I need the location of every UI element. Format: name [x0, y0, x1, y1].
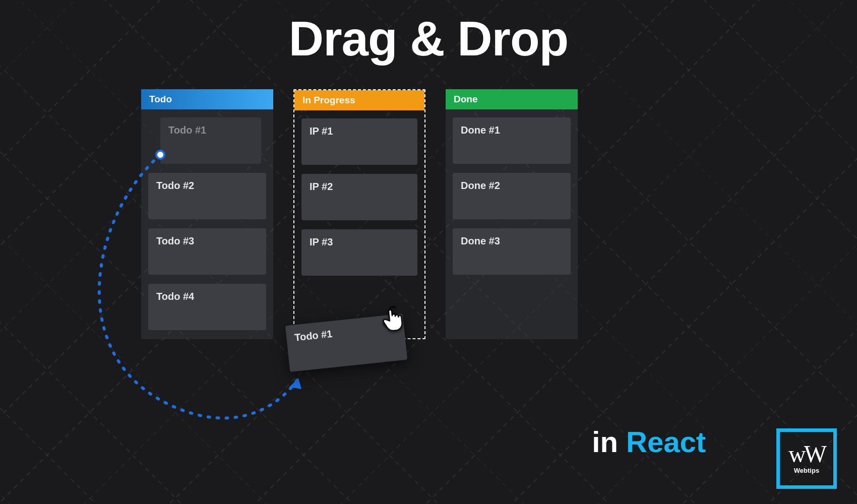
card-label: IP #1 — [310, 125, 333, 137]
card-label: Todo #1 — [168, 124, 206, 136]
column-orange[interactable]: In ProgressIP #1IP #2IP #3 — [293, 89, 425, 339]
card[interactable]: IP #2 — [301, 174, 417, 220]
card-ghost[interactable]: Todo #1 — [160, 117, 261, 164]
card-label: Done #3 — [461, 235, 500, 246]
card-list: Todo #1Todo #2Todo #3Todo #4 — [141, 109, 273, 330]
column-blue: TodoTodo #1Todo #2Todo #3Todo #4 — [141, 89, 273, 339]
card-label: Todo #2 — [156, 180, 194, 191]
card-label: Todo #3 — [156, 235, 194, 246]
card-label: IP #3 — [310, 236, 333, 247]
card-label: Todo #4 — [156, 291, 194, 302]
card[interactable]: Done #1 — [453, 117, 571, 164]
card[interactable]: IP #3 — [301, 229, 417, 276]
card[interactable]: IP #1 — [301, 118, 417, 165]
logo-label: Webtips — [794, 467, 819, 474]
column-green: DoneDone #1Done #2Done #3 — [446, 89, 578, 339]
card-label: Done #2 — [461, 180, 500, 191]
card[interactable]: Todo #4 — [148, 284, 266, 330]
card-label: Done #1 — [461, 124, 500, 136]
svg-marker-2 — [289, 378, 301, 389]
cursor-hand-icon — [380, 304, 407, 336]
kanban-board: TodoTodo #1Todo #2Todo #3Todo #4In Progr… — [141, 89, 578, 339]
dragged-card-label: Todo #1 — [294, 328, 333, 343]
column-header: Todo — [141, 89, 273, 109]
column-header: Done — [446, 89, 578, 109]
subtitle: in React — [592, 425, 706, 459]
subtitle-prefix: in — [592, 425, 626, 458]
logo-mark: wW — [788, 443, 825, 465]
card-label: IP #2 — [310, 181, 333, 192]
subtitle-react: React — [626, 425, 706, 458]
card-list: IP #1IP #2IP #3 — [294, 110, 424, 276]
card-list: Done #1Done #2Done #3 — [446, 109, 578, 275]
card[interactable]: Done #3 — [453, 228, 571, 275]
card[interactable]: Done #2 — [453, 173, 571, 219]
webtips-logo: wW Webtips — [776, 428, 837, 489]
card[interactable]: Todo #2 — [148, 173, 266, 219]
card[interactable]: Todo #3 — [148, 228, 266, 275]
page-title: Drag & Drop — [0, 11, 857, 67]
column-header: In Progress — [294, 90, 424, 110]
